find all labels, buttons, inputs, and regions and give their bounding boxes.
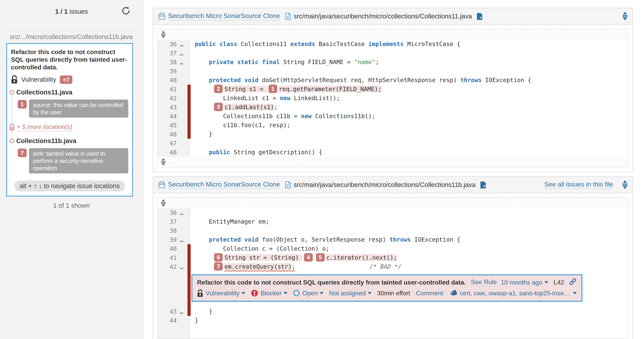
- flow-file-name: Collections11b.java: [16, 137, 76, 145]
- line-number[interactable]: 45: [158, 121, 179, 130]
- code-content: protected void doGet(HttpServletRequest …: [190, 76, 628, 85]
- location-index-badge[interactable]: 4: [304, 253, 313, 262]
- more-locations-link[interactable]: + 5 more location(s): [17, 123, 72, 131]
- line-number[interactable]: 38: [158, 58, 179, 67]
- scm-info-ellipsis[interactable]: [179, 94, 188, 103]
- pin-file-button[interactable]: [476, 12, 483, 20]
- scm-info-ellipsis[interactable]: [179, 139, 188, 148]
- line-number[interactable]: 44: [158, 316, 179, 325]
- expand-lines-band[interactable]: [158, 29, 628, 39]
- line-number[interactable]: 40: [158, 244, 179, 253]
- location-message[interactable]: sink: tainted value is used to perform a…: [29, 148, 128, 173]
- scm-info-ellipsis[interactable]: [179, 85, 188, 94]
- reload-icon: [120, 5, 131, 16]
- scm-info-ellipsis[interactable]: [179, 244, 188, 253]
- location-index-badge[interactable]: 7: [18, 149, 27, 157]
- line-number[interactable]: 43: [158, 103, 179, 112]
- expand-lines-button[interactable]: [158, 157, 169, 167]
- chevron-down-icon: [544, 281, 548, 284]
- scm-info-ellipsis[interactable]: …: [179, 262, 188, 271]
- flow-file-name: Collections11.java: [16, 89, 72, 96]
- vulnerability-lock-icon: [197, 289, 203, 297]
- permalink-button[interactable]: [569, 278, 577, 287]
- location-index-badge[interactable]: 5: [316, 253, 325, 262]
- issue-type-dropdown[interactable]: Vulnerability: [197, 289, 245, 297]
- scm-info-ellipsis[interactable]: [179, 67, 188, 76]
- line-number[interactable]: 39: [158, 235, 179, 244]
- line-number[interactable]: 41: [158, 85, 179, 94]
- location-index-badge[interactable]: 7: [214, 262, 223, 271]
- line-number[interactable]: 40: [158, 76, 179, 85]
- issue-status-dropdown[interactable]: Open: [293, 290, 324, 297]
- scm-info-ellipsis[interactable]: …: [179, 49, 188, 58]
- line-number[interactable]: 46: [158, 130, 179, 139]
- issue-age-dropdown[interactable]: 10 months ago: [501, 279, 548, 286]
- scm-info-ellipsis[interactable]: …: [179, 208, 188, 217]
- expand-lines-band[interactable]: [158, 198, 628, 208]
- expand-all-lines-button[interactable]: [622, 180, 628, 190]
- see-rule-link[interactable]: See Rule: [471, 279, 497, 287]
- line-number[interactable]: 37: [158, 49, 179, 58]
- line-number[interactable]: 36: [158, 208, 179, 217]
- location-index-badge[interactable]: 2: [214, 85, 223, 93]
- pin-file-button[interactable]: [480, 181, 486, 189]
- file-path: src/main/java/securibench/micro/collecti…: [294, 181, 475, 189]
- selected-issue-box[interactable]: Refactor this code to not construct SQL …: [192, 274, 582, 302]
- issue-severity-dropdown[interactable]: Blocker: [251, 290, 288, 297]
- line-number[interactable]: 47: [158, 139, 179, 148]
- expand-lines-button[interactable]: [158, 29, 169, 39]
- line-number[interactable]: 41: [158, 253, 179, 262]
- expand-block-icon: [160, 30, 166, 39]
- vulnerability-lock-icon: [11, 75, 18, 84]
- code-content: Collection c = (Collection) o;: [190, 244, 628, 253]
- location-index-badge[interactable]: 1: [268, 85, 277, 93]
- line-number[interactable]: 44: [158, 112, 179, 121]
- code-text: }: [195, 317, 198, 324]
- expand-all-lines-button[interactable]: [622, 11, 628, 21]
- code-text: IOException {: [411, 236, 460, 243]
- line-number[interactable]: 48: [158, 148, 179, 157]
- expand-lines-button[interactable]: [158, 198, 169, 208]
- flow-location-row[interactable]: 1 source: this value can be controlled b…: [10, 99, 128, 118]
- comment-link[interactable]: Comment: [416, 290, 443, 297]
- flow-location-row[interactable]: 7 sink: tainted value is used to perform…: [10, 148, 128, 173]
- scm-info-ellipsis[interactable]: …: [179, 39, 188, 49]
- expand-lines-band[interactable]: [158, 157, 628, 167]
- line-number[interactable]: 42: [158, 262, 179, 271]
- location-index-badge[interactable]: 1: [18, 100, 27, 109]
- line-number[interactable]: 42: [158, 94, 179, 103]
- project-link[interactable]: Securibench Micro SonarSource Clone: [168, 181, 280, 189]
- code-content: protected void foo(Object o, ServletResp…: [190, 235, 628, 244]
- scm-info-ellipsis[interactable]: …: [179, 307, 188, 316]
- scm-info-ellipsis[interactable]: [179, 121, 188, 130]
- location-index-badge[interactable]: 6: [214, 253, 223, 262]
- scm-info-ellipsis[interactable]: [179, 103, 188, 112]
- issue-assignee-dropdown[interactable]: Not assigned: [329, 290, 372, 297]
- line-number[interactable]: 39: [158, 67, 179, 76]
- issue-type-dropdown-label: Vulnerability: [206, 290, 240, 297]
- scm-info-ellipsis[interactable]: …: [179, 58, 188, 67]
- line-number[interactable]: 36: [158, 39, 179, 49]
- location-index-badge[interactable]: 3: [214, 103, 223, 111]
- issue-tags-dropdown[interactable]: cert, cwe, owasp-a1, sans-top25-inse…: [450, 290, 577, 297]
- scm-info-ellipsis[interactable]: [179, 76, 188, 85]
- project-link[interactable]: Securibench Micro SonarSource Clone: [168, 12, 280, 20]
- scm-info-ellipsis[interactable]: [179, 316, 188, 325]
- issue-card[interactable]: Refactor this code to not construct SQL …: [6, 43, 133, 197]
- line-number[interactable]: 43: [158, 307, 179, 316]
- scm-info-ellipsis[interactable]: [179, 217, 188, 226]
- scm-info-ellipsis[interactable]: …: [179, 235, 188, 244]
- see-all-issues-link[interactable]: See all issues in this file: [544, 181, 613, 189]
- location-message[interactable]: source: this value can be controlled by …: [29, 99, 128, 118]
- line-number[interactable]: 37: [158, 217, 179, 226]
- scm-info-ellipsis[interactable]: [179, 253, 188, 262]
- locations-count-badge[interactable]: +7: [60, 75, 72, 84]
- line-number[interactable]: 38: [158, 226, 179, 235]
- issue-indicator-bar: [188, 94, 190, 103]
- code-line: 45 c11b.foo(c1, resp);: [158, 121, 628, 130]
- scm-info-ellipsis[interactable]: [179, 226, 188, 235]
- scm-info-ellipsis[interactable]: [179, 112, 188, 121]
- scm-info-ellipsis[interactable]: [179, 130, 188, 139]
- scm-info-ellipsis[interactable]: [179, 148, 188, 157]
- reload-button[interactable]: [120, 5, 131, 16]
